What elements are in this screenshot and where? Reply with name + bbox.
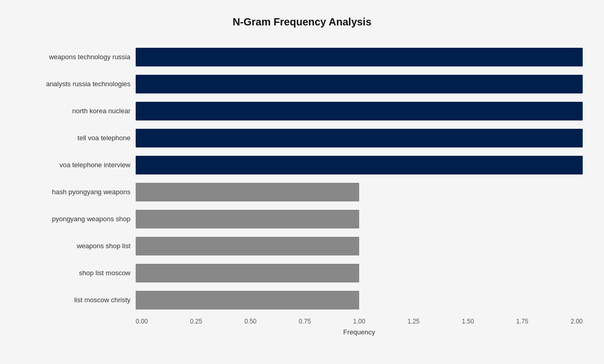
bar-track	[136, 48, 583, 66]
bar-track	[136, 291, 583, 309]
x-tick: 1.00	[353, 318, 365, 325]
bar-label: pyongyang weapons shop	[21, 215, 136, 223]
x-ticks: 0.000.250.500.751.001.251.501.752.00	[136, 318, 583, 325]
bar-track	[136, 102, 583, 120]
bar-row: analysts russia technologies	[21, 71, 583, 98]
x-tick: 0.75	[299, 318, 311, 325]
x-tick: 0.50	[244, 318, 256, 325]
bar-label: weapons shop list	[21, 242, 136, 250]
bar-label: voa telephone interview	[21, 161, 136, 169]
bar-fill	[136, 156, 583, 174]
bar-track	[136, 75, 583, 93]
bar-label: hash pyongyang weapons	[21, 188, 136, 196]
x-axis: 0.000.250.500.751.001.251.501.752.00 Fre…	[136, 318, 583, 336]
chart-title: N-Gram Frequency Analysis	[21, 16, 583, 28]
bar-track	[136, 264, 583, 282]
bar-track	[136, 129, 583, 147]
bar-row: list moscow christy	[21, 287, 583, 314]
bar-label: analysts russia technologies	[21, 80, 136, 88]
bar-fill	[136, 264, 359, 282]
bar-row: hash pyongyang weapons	[21, 179, 583, 206]
bar-fill	[136, 75, 583, 93]
bar-fill	[136, 48, 583, 66]
x-tick: 1.25	[408, 318, 419, 325]
x-tick: 1.50	[462, 318, 474, 325]
bar-label: north korea nuclear	[21, 107, 136, 115]
x-tick: 0.25	[190, 318, 202, 325]
chart-container: N-Gram Frequency Analysis weapons techno…	[11, 6, 593, 359]
bar-fill	[136, 210, 359, 228]
bar-fill	[136, 183, 359, 201]
bar-row: pyongyang weapons shop	[21, 206, 583, 233]
bar-row: weapons shop list	[21, 233, 583, 260]
bar-row: voa telephone interview	[21, 152, 583, 179]
bar-row: shop list moscow	[21, 260, 583, 287]
bar-fill	[136, 102, 583, 120]
bar-row: north korea nuclear	[21, 98, 583, 125]
bar-label: weapons technology russia	[21, 53, 136, 61]
bar-fill	[136, 129, 583, 147]
bar-fill	[136, 291, 359, 309]
x-tick: 2.00	[571, 318, 583, 325]
x-tick: 1.75	[516, 318, 528, 325]
x-axis-label: Frequency	[136, 328, 583, 336]
bar-track	[136, 210, 583, 228]
bar-row: weapons technology russia	[21, 44, 583, 71]
bar-track	[136, 237, 583, 255]
chart-area: weapons technology russiaanalysts russia…	[21, 44, 583, 314]
bar-label: tell voa telephone	[21, 134, 136, 142]
bar-fill	[136, 237, 359, 255]
bar-row: tell voa telephone	[21, 125, 583, 152]
x-tick: 0.00	[136, 318, 148, 325]
bar-label: list moscow christy	[21, 296, 136, 304]
bar-track	[136, 156, 583, 174]
bar-label: shop list moscow	[21, 269, 136, 277]
bar-track	[136, 183, 583, 201]
